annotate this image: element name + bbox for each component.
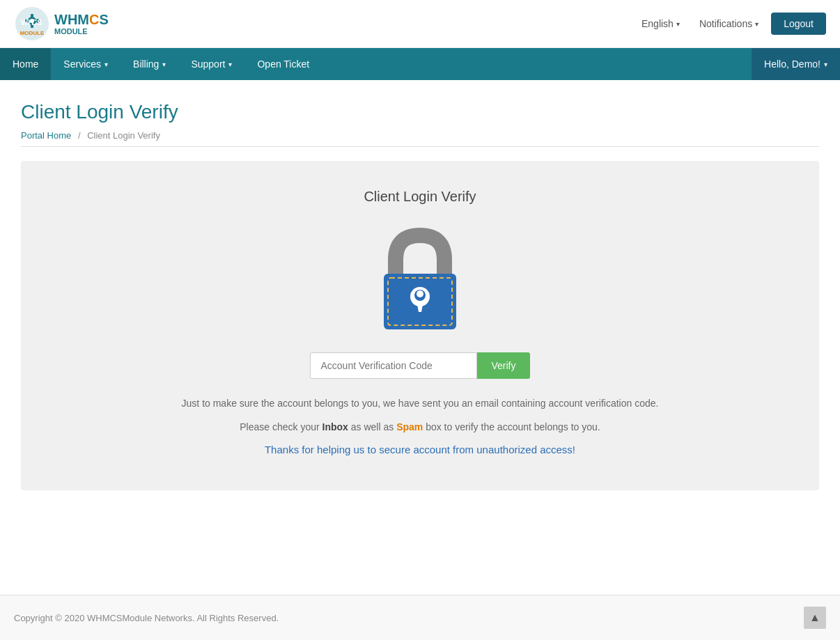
svg-text:MODULE: MODULE — [20, 30, 45, 36]
logo-icon: MODULE WH CS — [14, 6, 50, 42]
scroll-top-button[interactable]: ▲ — [804, 607, 826, 629]
logout-button[interactable]: Logout — [771, 13, 826, 35]
nav-item-home[interactable]: Home — [0, 48, 51, 80]
svg-text:CS: CS — [31, 18, 42, 26]
lock-icon — [371, 221, 469, 333]
page-title: Client Login Verify — [21, 101, 819, 123]
breadcrumb-current: Client Login Verify — [87, 130, 160, 141]
verify-card: Client Login Verify Verify — [21, 161, 819, 490]
footer: Copyright © 2020 WHMCSModule Networks. A… — [0, 595, 840, 640]
chevron-up-icon: ▲ — [809, 611, 820, 624]
footer-copyright: Copyright © 2020 WHMCSModule Networks. A… — [14, 613, 279, 623]
nav-right: Hello, Demo! ▾ — [752, 48, 840, 80]
chevron-down-icon: ▾ — [676, 20, 680, 28]
top-bar: MODULE WH CS WHMCS MODULE English ▾ Noti… — [0, 0, 840, 48]
chevron-down-icon: ▾ — [228, 61, 232, 68]
nav-item-billing[interactable]: Billing ▾ — [120, 48, 178, 80]
lock-icon-wrapper — [371, 221, 469, 336]
verify-form: Verify — [35, 352, 805, 379]
nav-item-support[interactable]: Support ▾ — [178, 48, 244, 80]
english-dropdown[interactable]: English ▾ — [635, 14, 687, 33]
logo-area: MODULE WH CS WHMCS MODULE — [14, 6, 109, 42]
page-content: Client Login Verify Portal Home / Client… — [0, 80, 840, 595]
nav-item-user[interactable]: Hello, Demo! ▾ — [752, 48, 840, 80]
breadcrumb-home[interactable]: Portal Home — [21, 130, 71, 141]
breadcrumb-separator: / — [78, 130, 81, 141]
chevron-down-icon: ▾ — [824, 61, 827, 68]
nav-bar: Home Services ▾ Billing ▾ Support ▾ Open… — [0, 48, 840, 80]
top-bar-right: English ▾ Notifications ▾ Logout — [635, 13, 826, 35]
svg-rect-3 — [31, 14, 33, 17]
chevron-down-icon: ▾ — [162, 61, 166, 68]
chevron-down-icon: ▾ — [755, 20, 759, 28]
nav-item-services[interactable]: Services ▾ — [51, 48, 120, 80]
card-title: Client Login Verify — [35, 189, 805, 205]
logo-text: WHMCS MODULE — [54, 12, 109, 36]
nav-left: Home Services ▾ Billing ▾ Support ▾ Open… — [0, 48, 322, 80]
notifications-dropdown[interactable]: Notifications ▾ — [692, 14, 765, 33]
thanks-text: Thanks for helping us to secure account … — [35, 444, 805, 455]
verify-button[interactable]: Verify — [477, 352, 529, 379]
svg-point-17 — [417, 290, 423, 297]
breadcrumb: Portal Home / Client Login Verify — [21, 130, 819, 147]
verification-code-input[interactable] — [310, 352, 477, 379]
chevron-down-icon: ▾ — [104, 61, 108, 68]
info-text-2: Please check your Inbox as well as Spam … — [35, 419, 805, 435]
info-text-1: Just to make sure the account belongs to… — [35, 396, 805, 411]
nav-item-open-ticket[interactable]: Open Ticket — [244, 48, 322, 80]
